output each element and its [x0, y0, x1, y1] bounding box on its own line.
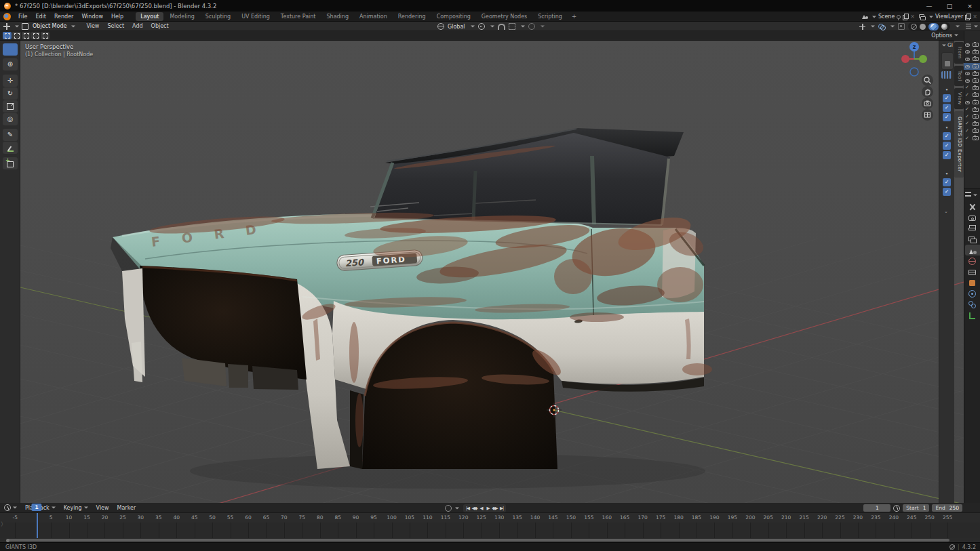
- playhead[interactable]: [37, 513, 38, 538]
- disable-render-camera-icon[interactable]: [973, 136, 979, 140]
- viewport-menu-view[interactable]: View: [82, 23, 103, 29]
- delete-scene-icon[interactable]: ×: [910, 14, 915, 20]
- sidebar-tab-view[interactable]: View: [954, 88, 964, 109]
- editor-type-icon[interactable]: [3, 23, 10, 30]
- new-scene-icon[interactable]: [903, 14, 908, 20]
- outliner-row[interactable]: [964, 49, 980, 56]
- select-mode-set[interactable]: [3, 32, 12, 39]
- hide-viewport-eye-icon[interactable]: [965, 72, 970, 75]
- snap-magnet-icon[interactable]: [498, 24, 505, 30]
- pan-hand-button[interactable]: [922, 86, 933, 98]
- timeline-editor-icon[interactable]: [4, 504, 11, 511]
- preview-range-icon[interactable]: [893, 505, 900, 512]
- transform-orientation-dropdown[interactable]: Global: [448, 24, 465, 30]
- timeline-menu-keying[interactable]: Keying: [60, 505, 92, 511]
- minimize-button[interactable]: —: [919, 0, 939, 12]
- exporter-checkbox[interactable]: ✓: [943, 113, 951, 121]
- shading-dropdown-icon[interactable]: [956, 26, 960, 30]
- color-swatch-button[interactable]: [941, 52, 954, 70]
- properties-tab-physics[interactable]: [964, 288, 980, 299]
- disable-render-camera-icon[interactable]: [973, 129, 979, 133]
- disable-render-camera-icon[interactable]: [973, 64, 979, 68]
- navigation-gizmo[interactable]: z: [898, 40, 933, 78]
- show-gizmo-icon[interactable]: [859, 24, 865, 30]
- workspace-tab-animation[interactable]: Animation: [355, 12, 392, 21]
- show-overlays-icon[interactable]: [878, 24, 885, 29]
- timeline-menu-marker[interactable]: Marker: [113, 505, 140, 511]
- exclude-checkbox-icon[interactable]: ✓: [965, 107, 969, 112]
- axis-y-handle[interactable]: [919, 55, 927, 63]
- disable-render-camera-icon[interactable]: [973, 122, 979, 126]
- pin-icon[interactable]: [897, 15, 901, 19]
- workspace-tab-sculpting[interactable]: Sculpting: [201, 12, 235, 21]
- hide-viewport-eye-icon[interactable]: [965, 58, 970, 61]
- workspace-tab-modeling[interactable]: Modeling: [165, 12, 199, 21]
- hide-viewport-eye-icon[interactable]: [965, 50, 970, 54]
- current-frame-badge[interactable]: 1: [31, 504, 41, 511]
- play-button[interactable]: ▶: [485, 505, 491, 512]
- outliner-row[interactable]: [964, 41, 980, 49]
- menu-edit[interactable]: Edit: [31, 14, 50, 20]
- exporter-checkbox[interactable]: ✓: [943, 94, 951, 102]
- disable-render-camera-icon[interactable]: [973, 93, 979, 97]
- disable-render-camera-icon[interactable]: [973, 100, 979, 104]
- outliner-row[interactable]: [964, 63, 980, 70]
- outliner-row[interactable]: [964, 77, 980, 85]
- menu-help[interactable]: Help: [107, 14, 128, 20]
- disable-render-camera-icon[interactable]: [973, 72, 979, 76]
- outliner-row[interactable]: ✓: [964, 91, 980, 99]
- close-button[interactable]: ×: [960, 0, 980, 12]
- properties-tab-collection[interactable]: [964, 266, 980, 277]
- select-mode-invert[interactable]: [31, 32, 40, 39]
- new-view-layer-icon[interactable]: [965, 14, 971, 20]
- timeline-track[interactable]: [0, 523, 980, 538]
- tool-select-box[interactable]: [3, 43, 18, 56]
- toggle-xray-icon[interactable]: [898, 23, 905, 30]
- scene-selector[interactable]: Scene ×: [862, 14, 915, 20]
- outliner-row[interactable]: ✓: [964, 127, 980, 135]
- exporter-checkbox[interactable]: ✓: [943, 151, 951, 159]
- jump-to-start-button[interactable]: |◀: [465, 505, 471, 512]
- blender-menu-icon[interactable]: [3, 13, 11, 20]
- menu-render[interactable]: Render: [50, 14, 77, 20]
- timeline-scrollbar[interactable]: [7, 539, 949, 542]
- exporter-checkbox[interactable]: ✓: [943, 104, 951, 112]
- tool-add-cube[interactable]: [3, 157, 18, 169]
- zoom-button[interactable]: [922, 75, 933, 86]
- panel-collapse-icon[interactable]: ▾: [945, 125, 947, 129]
- tool-cursor[interactable]: ⊕: [3, 58, 18, 70]
- exclude-checkbox-icon[interactable]: ✓: [965, 115, 969, 119]
- outliner-row[interactable]: ✓: [964, 106, 980, 113]
- timeline-ruler[interactable]: -551015202530354045505560657075808590951…: [0, 513, 980, 523]
- properties-tab-scene[interactable]: [965, 245, 980, 256]
- select-mode-subtract[interactable]: [22, 32, 31, 39]
- select-mode-intersect[interactable]: [41, 32, 50, 39]
- disable-render-camera-icon[interactable]: [973, 79, 979, 83]
- hide-viewport-eye-icon[interactable]: [965, 101, 970, 104]
- auto-keying-icon[interactable]: [445, 505, 452, 512]
- shading-rendered-icon[interactable]: [941, 24, 947, 30]
- outliner-row[interactable]: ✓: [964, 121, 980, 128]
- viewport-menu-add[interactable]: Add: [128, 23, 147, 29]
- disable-render-camera-icon[interactable]: [973, 86, 979, 90]
- tool-scale[interactable]: [3, 100, 18, 113]
- jump-to-next-keyframe-button[interactable]: ◆▶: [492, 505, 498, 512]
- exclude-checkbox-icon[interactable]: ✓: [965, 93, 969, 98]
- properties-tab-world[interactable]: [964, 256, 980, 266]
- options-dropdown[interactable]: Options: [931, 33, 958, 39]
- sidebar-tab-tool[interactable]: Tool: [954, 66, 964, 86]
- outliner-row[interactable]: ✓: [964, 135, 980, 142]
- viewport-canvas[interactable]: FORD 250 FORD: [0, 41, 964, 503]
- sidebar-tab-giants-i3d-exporter[interactable]: GIANTS I3D Exporter: [954, 111, 964, 178]
- workspace-tab-shading[interactable]: Shading: [321, 12, 353, 21]
- workspace-tab-uv-editing[interactable]: UV Editing: [237, 12, 275, 21]
- striped-field[interactable]: [941, 71, 952, 79]
- axis-x-handle[interactable]: [901, 55, 909, 63]
- viewport-menu-select[interactable]: Select: [103, 23, 128, 29]
- timeline-menu-view[interactable]: View: [92, 505, 113, 511]
- frame-start-field[interactable]: Start1: [903, 504, 929, 512]
- sidebar-tab-item[interactable]: Item: [954, 42, 964, 64]
- exclude-checkbox-icon[interactable]: ✓: [965, 121, 969, 126]
- exporter-checkbox[interactable]: ✓: [943, 178, 951, 186]
- properties-tab-object[interactable]: [964, 277, 980, 288]
